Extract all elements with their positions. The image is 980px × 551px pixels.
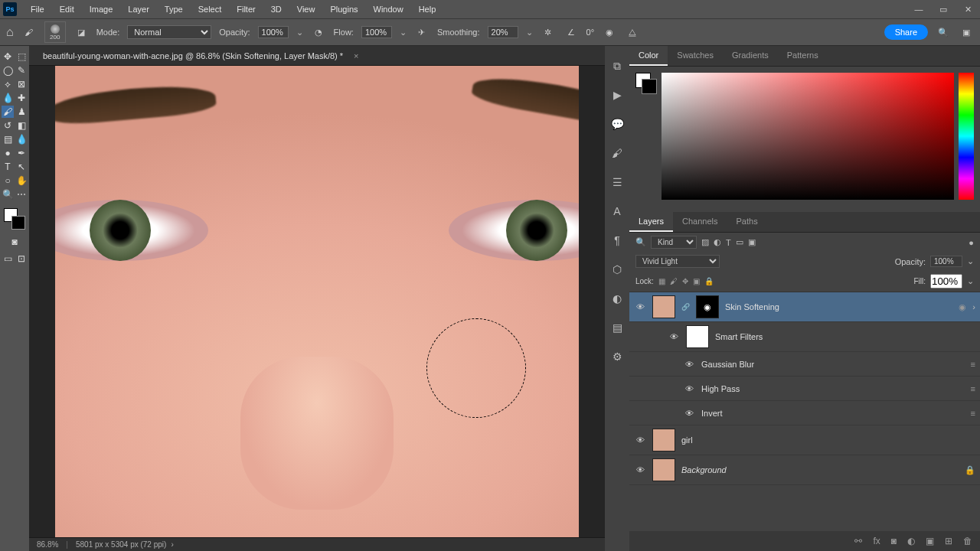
layer-thumbnail[interactable] [652, 429, 675, 452]
document-tab[interactable]: beautiful-young-woman-with-acne.jpg @ 86… [37, 48, 349, 64]
maximize-button[interactable]: ▭ [931, 5, 956, 15]
libraries-panel-icon[interactable]: ▤ [609, 320, 625, 335]
lock-icon[interactable]: 🔒 [965, 465, 975, 475]
color-swatches-mini[interactable] [4, 208, 25, 230]
menu-view[interactable]: View [289, 5, 323, 14]
adjustments-panel-icon[interactable]: ⚙ [609, 349, 625, 364]
crop-tool[interactable]: ⟡ [2, 78, 14, 90]
lock-image-icon[interactable]: 🖌 [670, 277, 678, 285]
flow-chevron-icon[interactable]: ⌄ [400, 28, 407, 37]
history-panel-icon[interactable]: ⧉ [609, 58, 625, 73]
link-icon[interactable]: 🔗 [681, 303, 690, 311]
tab-channels[interactable]: Channels [673, 212, 727, 232]
tab-swatches[interactable]: Swatches [668, 46, 723, 66]
filter-gaussian-blur[interactable]: 👁 Gaussian Blur ≡ [629, 352, 980, 377]
lock-artboard-icon[interactable]: ▣ [693, 277, 700, 285]
layer-mask-icon[interactable]: ◙ [891, 536, 897, 546]
visibility-toggle[interactable]: 👁 [683, 360, 695, 369]
tab-paths[interactable]: Paths [727, 212, 767, 232]
layer-thumbnail[interactable] [652, 295, 675, 318]
menu-edit[interactable]: Edit [52, 5, 82, 14]
layer-thumbnail[interactable] [652, 458, 675, 481]
visibility-toggle[interactable]: 👁 [634, 302, 646, 311]
smoothing-input[interactable] [488, 26, 518, 38]
link-layers-icon[interactable]: ⚯ [854, 536, 862, 546]
visibility-toggle[interactable]: 👁 [634, 435, 646, 445]
marquee-tool[interactable]: ⬚ [15, 51, 28, 63]
visibility-toggle[interactable]: 👁 [634, 465, 646, 474]
home-icon[interactable]: ⌂ [6, 25, 14, 39]
layer-girl[interactable]: 👁 girl [629, 425, 980, 455]
filter-high-pass[interactable]: 👁 High Pass ≡ [629, 377, 980, 401]
tab-layers[interactable]: Layers [629, 212, 673, 232]
layer-filter-type[interactable]: Kind [651, 236, 697, 249]
menu-file[interactable]: File [23, 5, 52, 14]
character-panel-icon[interactable]: A [609, 204, 625, 219]
workspace-icon[interactable]: ▣ [959, 24, 974, 40]
pressure-size-icon[interactable]: ◉ [602, 24, 617, 40]
brush-tool-icon[interactable]: 🖌 [21, 24, 37, 40]
layer-background[interactable]: 👁 Background 🔒 [629, 455, 980, 485]
opacity-input[interactable] [258, 26, 289, 38]
pressure-opacity-icon[interactable]: ◔ [311, 24, 326, 40]
eraser-tool[interactable]: ◧ [15, 119, 28, 132]
quick-select-tool[interactable]: ✎ [15, 64, 28, 77]
comments-panel-icon[interactable]: 💬 [609, 116, 625, 132]
visibility-toggle[interactable]: 👁 [683, 409, 695, 418]
mode-select[interactable]: Normal [127, 25, 211, 39]
close-document-icon[interactable]: × [354, 51, 358, 60]
menu-image[interactable]: Image [82, 5, 121, 14]
smoothing-options-icon[interactable]: ✲ [541, 24, 556, 40]
smart-filter-visibility-icon[interactable]: ◉ [959, 302, 966, 312]
properties-panel-icon[interactable]: ◐ [609, 291, 625, 306]
menu-layer[interactable]: Layer [120, 5, 157, 14]
new-layer-icon[interactable]: ⊞ [945, 536, 952, 546]
layer-mask-thumbnail[interactable]: ◉ [696, 295, 719, 318]
delete-layer-icon[interactable]: 🗑 [963, 536, 972, 546]
filter-name[interactable]: Invert [701, 409, 723, 418]
group-icon[interactable]: ▣ [926, 536, 934, 546]
layer-smart-filters[interactable]: 👁 Smart Filters [629, 322, 980, 352]
filter-mask-thumbnail[interactable] [686, 325, 709, 348]
brushes-panel-icon[interactable]: 🖌 [609, 145, 625, 161]
adjustment-layer-icon[interactable]: ◐ [907, 536, 915, 546]
visibility-toggle[interactable]: 👁 [683, 384, 695, 393]
history-brush-tool[interactable]: ↺ [2, 119, 14, 132]
brush-settings-panel-icon[interactable]: ☰ [609, 174, 625, 190]
brush-tool[interactable]: 🖌 [2, 106, 14, 118]
chevron-icon[interactable]: › [972, 302, 975, 311]
search-icon[interactable]: 🔍 [936, 24, 951, 40]
color-panel-swatches[interactable] [635, 73, 657, 94]
minimize-button[interactable]: — [906, 5, 931, 15]
menu-filter[interactable]: Filter [229, 5, 263, 14]
filter-blending-icon[interactable]: ≡ [971, 384, 975, 393]
status-chevron-icon[interactable]: › [171, 540, 173, 549]
brush-preset-picker[interactable]: 200 [44, 21, 66, 43]
stamp-tool[interactable]: ♟ [15, 106, 28, 118]
menu-plugins[interactable]: Plugins [322, 5, 365, 14]
fill-dropdown-icon[interactable]: ⌄ [967, 276, 974, 286]
layer-skin-softening[interactable]: 👁 🔗 ◉ Skin Softening ◉ › [629, 292, 980, 322]
pen-tool[interactable]: ✒ [15, 147, 28, 159]
move-tool[interactable]: ✥ [2, 51, 14, 63]
filter-shape-icon[interactable]: ▭ [736, 237, 743, 247]
angle-value[interactable]: 0° [586, 28, 595, 37]
tab-gradients[interactable]: Gradients [723, 46, 778, 66]
edit-toolbar[interactable]: ⋯ [15, 188, 28, 201]
canvas[interactable] [55, 66, 579, 537]
blend-mode-select[interactable]: Vivid Light [635, 255, 720, 268]
layer-opacity-input[interactable] [930, 256, 962, 267]
menu-select[interactable]: Select [191, 5, 230, 14]
eyedropper-tool[interactable]: 💧 [2, 92, 14, 104]
filter-invert[interactable]: 👁 Invert ≡ [629, 401, 980, 425]
zoom-tool[interactable]: 🔍 [2, 188, 14, 201]
flow-input[interactable] [361, 26, 392, 38]
filter-name[interactable]: Gaussian Blur [701, 360, 754, 369]
text-tool[interactable]: T [2, 161, 14, 173]
fill-input[interactable] [930, 274, 962, 289]
close-button[interactable]: ✕ [956, 5, 980, 15]
tab-color[interactable]: Color [629, 46, 668, 66]
brush-settings-icon[interactable]: ◪ [74, 24, 89, 40]
layer-name[interactable]: Background [681, 465, 727, 474]
lock-position-icon[interactable]: ✥ [682, 277, 688, 285]
